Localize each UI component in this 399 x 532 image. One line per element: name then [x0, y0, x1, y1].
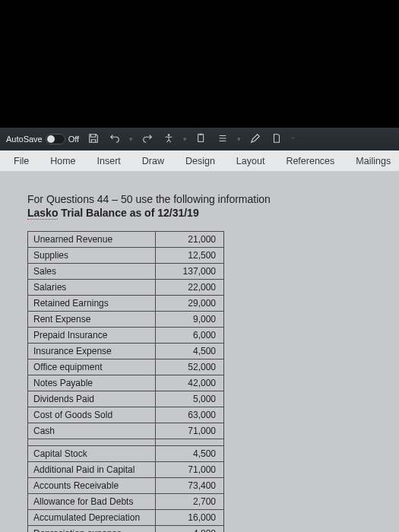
table-spacer-row [28, 439, 224, 446]
account-value: 12,500 [156, 248, 224, 264]
account-value: 4,500 [156, 446, 224, 462]
autosave-state: Off [68, 135, 79, 144]
paste-icon[interactable] [195, 133, 208, 146]
account-value: 9,000 [156, 312, 224, 328]
table-row: Insurance Expense4,500 [28, 344, 224, 359]
account-value: 16,000 [156, 510, 224, 526]
save-icon[interactable] [87, 133, 100, 146]
title-bar: AutoSave Off ▾ ▾ ▾ ⁼ [0, 128, 399, 150]
table-row: Salaries22,000 [28, 280, 224, 296]
table-row: Depreciation expense4,800 [28, 526, 224, 533]
account-value: 71,000 [156, 423, 224, 439]
account-label: Prepaid Insurance [28, 328, 156, 344]
account-value: 29,000 [156, 296, 224, 312]
trial-balance-table: Unearned Revenue21,000Supplies12,500Sale… [27, 231, 224, 532]
tab-design[interactable]: Design [175, 150, 226, 171]
account-value: 4,500 [156, 344, 224, 359]
autosave-label: AutoSave [6, 135, 43, 144]
tab-mailings[interactable]: Mailings [345, 150, 399, 171]
tab-insert[interactable]: Insert [87, 150, 131, 171]
accessibility-icon[interactable] [162, 133, 176, 146]
svg-rect-1 [198, 134, 204, 141]
table-row: Rent Expense9,000 [28, 312, 224, 328]
account-label: Insurance Expense [28, 344, 156, 359]
table-row: Accumulated Depreciation16,000 [28, 510, 224, 526]
tab-references[interactable]: References [275, 150, 345, 171]
account-value: 137,000 [156, 264, 224, 280]
table-row: Supplies12,500 [28, 248, 224, 264]
table-row: Dividends Paid5,000 [28, 391, 224, 407]
instruction-text: For Questions 44 – 50 use the following … [27, 193, 372, 205]
account-label: Depreciation expense [28, 526, 156, 533]
account-label: Accounts Receivable [28, 478, 156, 494]
table-row: Capital Stock4,500 [28, 446, 224, 462]
app-window: AutoSave Off ▾ ▾ ▾ ⁼ [0, 128, 399, 532]
undo-icon[interactable] [108, 133, 122, 146]
account-value: 21,000 [156, 232, 224, 248]
table-row: Office equipment52,000 [28, 359, 224, 375]
tab-draw[interactable]: Draw [131, 150, 175, 171]
table-row: Cost of Goods Sold63,000 [28, 407, 224, 423]
account-label: Cost of Goods Sold [28, 407, 156, 423]
table-row: Sales137,000 [28, 264, 224, 280]
dropdown-caret-icon[interactable]: ▾ [183, 135, 187, 143]
account-label: Allowance for Bad Debts [28, 494, 156, 510]
account-value: 22,000 [156, 280, 224, 296]
account-value: 71,000 [156, 462, 224, 478]
svg-rect-2 [200, 133, 203, 135]
autosave-toggle[interactable]: AutoSave Off [6, 134, 79, 144]
account-label: Salaries [28, 280, 156, 296]
tab-layout[interactable]: Layout [226, 150, 276, 171]
account-value: 4,800 [156, 526, 224, 533]
account-value: 42,000 [156, 375, 224, 391]
account-label: Cash [28, 423, 156, 439]
svg-point-0 [168, 134, 170, 136]
account-label: Retained Earnings [28, 296, 156, 312]
account-value: 73,400 [156, 478, 224, 494]
account-value: 2,700 [156, 494, 224, 510]
account-label: Accumulated Depreciation [28, 510, 156, 526]
table-row: Additional Paid in Capital71,000 [28, 462, 224, 478]
subtitle-text: Lasko Trial Balance as of 12/31/19 [27, 207, 372, 219]
list-icon[interactable] [216, 133, 230, 146]
table-row: Accounts Receivable73,400 [28, 478, 224, 494]
table-row: Prepaid Insurance6,000 [28, 328, 224, 344]
account-value: 52,000 [156, 359, 224, 375]
account-value: 63,000 [156, 407, 224, 423]
table-row: Notes Payable42,000 [28, 375, 224, 391]
account-value: 6,000 [156, 328, 224, 344]
account-label: Unearned Revenue [28, 232, 156, 248]
toggle-switch-icon [46, 134, 65, 144]
table-row: Unearned Revenue21,000 [28, 232, 224, 248]
tab-home[interactable]: Home [40, 150, 86, 171]
account-label: Supplies [28, 248, 156, 264]
pen-icon[interactable] [249, 133, 262, 146]
account-label: Dividends Paid [28, 391, 156, 407]
redo-icon[interactable] [141, 133, 154, 146]
tab-file[interactable]: File [3, 150, 40, 171]
account-label: Notes Payable [28, 375, 156, 391]
dropdown-caret-icon[interactable]: ▾ [129, 135, 133, 143]
table-row: Allowance for Bad Debts2,700 [28, 494, 224, 510]
account-label: Capital Stock [28, 446, 156, 462]
table-row: Retained Earnings29,000 [28, 296, 224, 312]
account-label: Additional Paid in Capital [28, 462, 156, 478]
quick-access-overflow-icon[interactable]: ⁼ [291, 135, 295, 143]
page-icon[interactable] [270, 133, 283, 146]
account-label: Office equipment [28, 359, 156, 375]
account-label: Rent Expense [28, 312, 156, 328]
account-label: Sales [28, 264, 156, 280]
spellcheck-underline: Lasko [27, 207, 58, 220]
dropdown-caret-icon[interactable]: ▾ [237, 135, 241, 143]
account-value: 5,000 [156, 391, 224, 407]
document-canvas[interactable]: For Questions 44 – 50 use the following … [0, 172, 399, 532]
ribbon-tabs: File Home Insert Draw Design Layout Refe… [0, 150, 399, 172]
table-row: Cash71,000 [28, 423, 224, 439]
